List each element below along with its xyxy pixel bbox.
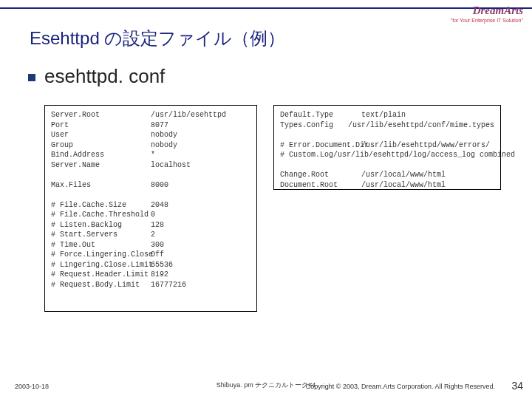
config-row: Groupnobody	[51, 140, 250, 151]
config-row: # Error.Document.Dir/usr/lib/esehttpd/ww…	[280, 140, 494, 151]
config-row: Port8077	[51, 120, 250, 131]
config-row: # Request.Body.Limit16777216	[51, 280, 250, 290]
config-row: Default.Typetext/plain	[280, 110, 494, 120]
top-divider	[0, 7, 532, 12]
config-row: Server.Namelocalhost	[51, 160, 250, 171]
blank-row	[280, 130, 494, 140]
subtitle: esehttpd. conf	[44, 65, 165, 88]
config-row: # Time.Out300	[51, 240, 250, 250]
config-row: # File.Cache.Size2048	[51, 200, 250, 211]
bullet-icon	[28, 74, 35, 81]
config-right-box: Default.Typetext/plain Types.Config/usr/…	[273, 105, 501, 190]
logo-tagline: "for Your Enterprise IT Solution"	[451, 18, 523, 23]
blank-row	[51, 190, 250, 200]
page-number: 34	[511, 380, 523, 392]
footer-copyright: Copyright © 2003, Dream.Arts Corporation…	[306, 383, 495, 390]
slide-title: Esehttpd の設定ファイル（例）	[30, 27, 285, 50]
config-row: # File.Cache.Threshold0	[51, 210, 250, 220]
blank-row	[51, 170, 250, 180]
config-row: Bind.Address*	[51, 150, 250, 160]
config-row: Usernobody	[51, 130, 250, 140]
config-row: # Force.Lingering.CloseOff	[51, 250, 250, 260]
config-row: # Custom.Log/usr/lib/esehttpd/log/access…	[280, 150, 494, 160]
config-row: Change.Root/usr/local/www/html	[280, 170, 494, 180]
config-row: # Start.Servers2	[51, 230, 250, 240]
config-row: Max.Files8000	[51, 180, 250, 191]
config-row: # Request.Header.Limit8192	[51, 270, 250, 280]
config-row: Document.Root/usr/local/www/html	[280, 180, 494, 191]
logo-text: DreamArts	[473, 4, 523, 17]
config-row: Types.Config/usr/lib/esehttpd/conf/mime.…	[280, 120, 494, 131]
slide: DreamArts "for Your Enterprise IT Soluti…	[0, 0, 532, 399]
config-left-box: Server.Root/usr/lib/esehttpd Port8077 Us…	[44, 105, 257, 312]
config-row: Server.Root/usr/lib/esehttpd	[51, 110, 250, 120]
blank-row	[280, 160, 494, 171]
config-row: # Listen.Backlog128	[51, 220, 250, 231]
config-row: # Lingering.Close.Limit65536	[51, 260, 250, 270]
